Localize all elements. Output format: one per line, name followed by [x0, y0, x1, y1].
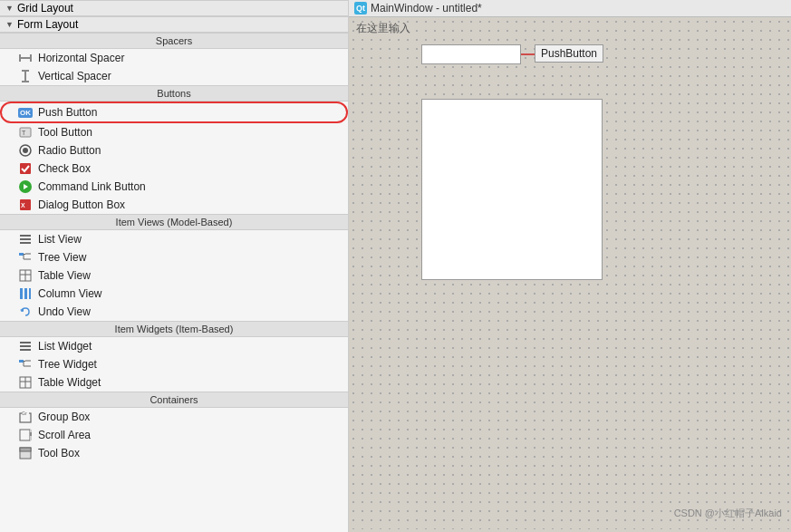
sidebar-item-scroll-area[interactable]: Scroll Area	[0, 426, 348, 444]
svg-rect-50	[20, 448, 31, 451]
svg-text:X: X	[21, 202, 25, 208]
containers-section-header: Containers	[0, 392, 348, 408]
svg-rect-0	[19, 57, 32, 59]
sidebar-item-push-button[interactable]: OK Push Button	[0, 102, 348, 123]
column-view-icon	[18, 286, 33, 301]
check-box-label: Check Box	[38, 162, 91, 175]
radio-button-label: Radio Button	[38, 144, 101, 157]
tool-button-icon: T	[18, 125, 33, 140]
item-views-section-header: Item Views (Model-Based)	[0, 214, 348, 230]
svg-rect-39	[25, 365, 31, 367]
svg-rect-28	[24, 288, 27, 299]
table-widget-label: Table Widget	[38, 376, 101, 389]
svg-rect-48	[30, 432, 32, 436]
form-layout-header[interactable]: ▼ Form Layout	[0, 16, 348, 33]
table-view-icon	[18, 268, 33, 283]
svg-rect-16	[20, 238, 31, 240]
grid-layout-header[interactable]: ▼ Grid Layout	[0, 0, 348, 16]
group-box-icon: Gr	[18, 410, 33, 424]
sidebar-item-tree-widget[interactable]: Tree Widget	[0, 355, 348, 373]
dialog-button-box-icon: X	[18, 198, 33, 212]
sidebar-item-horizontal-spacer[interactable]: Horizontal Spacer	[0, 49, 348, 67]
group-box-label: Group Box	[38, 411, 90, 423]
qt-icon: Qt	[354, 2, 367, 15]
sidebar-item-tool-box[interactable]: Tool Box	[0, 444, 348, 462]
svg-rect-4	[22, 70, 29, 72]
svg-rect-33	[20, 349, 31, 351]
svg-rect-34	[19, 360, 24, 363]
vertical-spacer-icon	[18, 69, 33, 83]
svg-rect-46	[20, 430, 30, 440]
form-layout-label: Form Layout	[17, 18, 78, 31]
svg-rect-20	[25, 253, 31, 255]
sidebar-item-table-widget[interactable]: Table Widget	[0, 373, 348, 392]
list-view-icon	[18, 232, 33, 247]
push-button-icon: OK	[18, 105, 33, 120]
sidebar-item-vertical-spacer[interactable]: Vertical Spacer	[0, 67, 348, 85]
radio-button-icon	[18, 143, 33, 158]
sidebar-item-check-box[interactable]: Check Box	[0, 160, 348, 178]
tree-widget-label: Tree Widget	[38, 358, 97, 371]
sidebar-item-radio-button[interactable]: Radio Button	[0, 141, 348, 160]
push-button-canvas-label: PushButton	[535, 44, 603, 63]
collapse-arrow-icon2: ▼	[5, 20, 14, 29]
canvas-placeholder-text: 在这里输入	[356, 21, 410, 36]
sidebar-item-tool-button[interactable]: T Tool Button	[0, 123, 348, 141]
window-title-bar: Qt MainWindow - untitled*	[349, 0, 791, 17]
column-view-label: Column View	[38, 287, 101, 300]
sidebar-item-list-view[interactable]: List View	[0, 230, 348, 248]
tool-button-label: Tool Button	[38, 126, 92, 139]
svg-rect-3	[24, 70, 26, 82]
list-widget-label: List Widget	[38, 340, 92, 353]
command-link-button-label: Command Link Button	[38, 180, 146, 193]
svg-point-9	[23, 148, 28, 153]
sidebar-item-undo-view[interactable]: Undo View	[0, 303, 348, 321]
svg-rect-17	[20, 242, 31, 244]
check-box-icon	[18, 161, 33, 176]
sidebar-item-column-view[interactable]: Column View	[0, 285, 348, 303]
svg-rect-18	[19, 253, 24, 256]
svg-rect-23	[25, 258, 31, 260]
spacers-section-header: Spacers	[0, 33, 348, 49]
svg-rect-2	[30, 54, 32, 62]
sidebar-item-group-box[interactable]: Gr Group Box	[0, 408, 348, 426]
collapse-arrow-icon: ▼	[5, 4, 14, 13]
svg-rect-1	[19, 54, 21, 62]
command-link-button-icon	[18, 179, 33, 194]
list-view-label: List View	[38, 233, 82, 246]
push-button-label: Push Button	[38, 106, 97, 119]
watermark-text: CSDN @小红帽子Alkaid	[674, 507, 782, 520]
svg-rect-32	[20, 345, 31, 347]
svg-rect-31	[20, 342, 31, 343]
tool-box-icon	[18, 446, 33, 460]
grid-layout-label: Grid Layout	[17, 2, 73, 15]
vertical-spacer-label: Vertical Spacer	[38, 70, 111, 82]
dialog-button-box-label: Dialog Button Box	[38, 198, 125, 211]
design-canvas[interactable]: 在这里输入 PushButton CSDN @小红帽子Alkaid	[349, 17, 791, 529]
sidebar-item-tree-view[interactable]: Tree View	[0, 248, 348, 266]
horizontal-spacer-label: Horizontal Spacer	[38, 52, 124, 64]
sidebar-item-dialog-button-box[interactable]: X Dialog Button Box	[0, 196, 348, 214]
tree-view-icon	[18, 250, 33, 265]
tree-view-label: Tree View	[38, 251, 86, 264]
canvas-rectangle-widget[interactable]	[421, 99, 603, 280]
sidebar-item-table-view[interactable]: Table View	[0, 266, 348, 285]
svg-rect-10	[20, 163, 31, 174]
tool-box-label: Tool Box	[38, 447, 80, 459]
undo-view-label: Undo View	[38, 305, 91, 318]
scroll-area-label: Scroll Area	[38, 429, 91, 441]
sidebar-item-list-widget[interactable]: List Widget	[0, 337, 348, 355]
undo-view-icon	[18, 305, 33, 319]
svg-rect-5	[22, 81, 29, 82]
list-widget-icon	[18, 339, 33, 353]
window-title: MainWindow - untitled*	[371, 2, 482, 15]
sidebar-item-command-link-button[interactable]: Command Link Button	[0, 178, 348, 196]
scroll-area-icon	[18, 428, 33, 442]
svg-rect-36	[25, 360, 31, 362]
main-canvas-panel: Qt MainWindow - untitled* 在这里输入 PushButt…	[349, 0, 791, 532]
horizontal-spacer-icon	[18, 51, 33, 65]
svg-rect-29	[29, 288, 31, 299]
table-view-label: Table View	[38, 269, 91, 282]
svg-rect-27	[20, 288, 23, 299]
tree-widget-icon	[18, 357, 33, 372]
